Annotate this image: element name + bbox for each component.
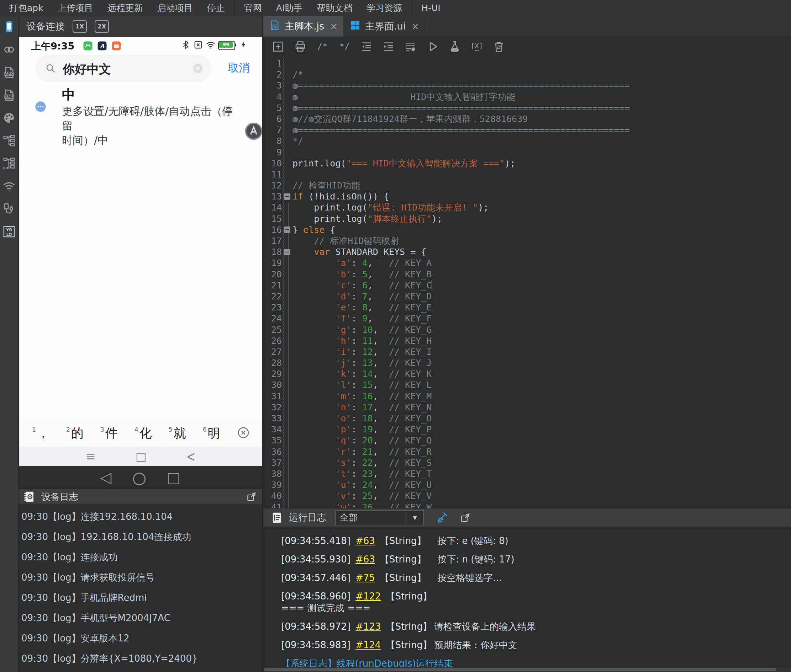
close-icon[interactable]: × [330,21,338,32]
code-segment [292,280,335,291]
code-segment [292,424,335,435]
run-log-list[interactable]: [09:34:55.418]#63【String】按下: e (键码: 8)[0… [263,526,791,667]
menu-item-remote-update[interactable]: 远程更新 [107,2,143,14]
code-line: 37 's': 22, // KEY_S [263,457,791,468]
horizontal-scrollbar[interactable] [263,667,791,672]
ime-candidate[interactable]: 5就 [168,425,186,442]
clear-log-broom-icon[interactable] [436,512,449,524]
fold-marker[interactable] [284,194,290,200]
code-segment: , [373,391,378,402]
log-line-ref[interactable]: #63 [355,536,375,546]
xml-file-icon[interactable]: XML [2,88,16,102]
menu-item-start-project[interactable]: 启动项目 [157,2,193,14]
code-segment: , [367,269,373,280]
outdent-icon[interactable] [360,40,373,53]
usb-cable-icon[interactable] [2,202,16,216]
menu-item-stop[interactable]: 停止 [207,2,225,14]
gutter-separator [283,56,284,508]
code-segment: , [373,435,378,446]
phone-mirror[interactable]: 上午9:35 A 99 [19,37,262,466]
menu-item-website[interactable]: 官网 [244,2,262,14]
code-segment [292,357,335,368]
log-filter-dropdown[interactable]: 全部 ▼ [335,510,424,525]
code-segment: // KEY_L [378,379,432,390]
apk-file-icon[interactable]: APK [2,65,16,79]
ime-candidate[interactable]: 6明 [203,425,220,442]
log-line-ref[interactable]: #123 [355,621,381,632]
menu-item-upload-project[interactable]: 上传项目 [58,2,93,14]
extract-x-icon[interactable]: [X] [470,40,483,53]
clear-trash-icon[interactable] [493,40,505,53]
menu-item-ai-assistant[interactable]: AI助手 [276,2,302,14]
log-line-ref[interactable]: #75 [355,573,375,583]
comment-start-icon[interactable]: /* [316,40,329,53]
new-file-icon[interactable] [272,40,285,53]
search-input-value[interactable]: 你好中文 [63,61,111,77]
device-log-list[interactable]: 09:30【log】连接192.168.10.10409:30【log】192.… [19,505,262,672]
search-field[interactable]: 你好中文 [35,55,211,82]
comment-end-icon[interactable]: */ [338,40,351,53]
device-log-popout-icon[interactable] [246,491,257,502]
device-phone-icon[interactable] [2,19,16,34]
code-segment: : [351,490,362,501]
ime-menu-icon[interactable]: ≡ [86,450,96,463]
format-code-icon[interactable] [404,40,417,53]
palette-icon[interactable] [2,110,16,125]
fold-guide-line [288,203,289,508]
result-description[interactable]: 更多设置/无障碍/肢体/自动点击（停留 时间）/中 [62,104,240,147]
menu-item-help-docs[interactable]: 帮助文档 [317,2,352,14]
hid-tree-icon[interactable]: HID [2,156,16,170]
indent-icon[interactable] [382,40,395,53]
android-home-icon[interactable]: ○ [132,469,146,486]
tab-main-script[interactable]: JS主脚本.js× [263,16,344,37]
line-number: 4 [265,91,282,102]
close-icon[interactable]: × [411,21,419,32]
ime-candidate[interactable]: 4化 [135,425,152,442]
menu-item-package-apk[interactable]: 打包apk [9,2,43,14]
ime-collapse-icon[interactable]: < [186,448,195,465]
scrollbar-thumb[interactable] [264,668,776,671]
ime-candidate[interactable]: 3件 [100,425,118,442]
ime-close-icon[interactable] [237,426,250,440]
log-line-ref[interactable]: #122 [355,591,381,602]
print-icon[interactable] [294,40,307,53]
code-segment: 4 [362,258,367,269]
tab-main-ui[interactable]: 主界面.ui× [344,16,425,37]
ime-candidate[interactable]: 2的 [66,425,83,442]
menu-item-h-ui[interactable]: H-UI [421,3,441,13]
zoom-2x-button[interactable]: 2X [95,20,109,33]
assistive-ball-icon[interactable] [244,122,262,141]
code-segment: 21 [362,446,373,457]
ime-candidate[interactable]: 1， [32,425,50,442]
code-segment: 8 [362,302,367,313]
test-flask-icon[interactable] [448,40,461,53]
wifi-icon[interactable] [2,179,16,193]
run-icon[interactable] [426,40,439,53]
fold-marker[interactable] [284,249,290,255]
code-segment [292,368,335,379]
layout-tree-icon[interactable] [2,133,16,147]
zoom-1x-button[interactable]: 1X [72,20,87,33]
cancel-button[interactable]: 取消 [228,61,250,75]
result-title[interactable]: 中 [62,86,75,104]
ime-layout-icon[interactable]: □ [136,450,147,463]
code-segment: 26 [362,502,373,509]
log-line-ref[interactable]: #124 [355,640,381,650]
js-file-icon: JS [269,19,281,33]
code-segment: print.log( [292,158,346,169]
link-icon[interactable] [2,42,16,56]
clear-search-icon[interactable] [192,62,204,74]
candidate-index: 6 [203,426,207,433]
android-recents-icon[interactable]: □ [167,470,180,485]
fold-marker[interactable] [284,227,290,233]
run-log-popout-icon[interactable] [460,512,471,523]
menu-item-learning-resources[interactable]: 学习资源 [366,2,402,14]
code-line: 26 'h': 11, // KEY_H [263,335,791,346]
android-back-icon[interactable]: ◁ [100,470,111,485]
log-line-ref[interactable]: #63 [355,554,375,565]
code-segment: // KEY_A [373,258,432,269]
code-editor[interactable]: 12/*3◍==================================… [263,56,791,508]
code-line: 3◍======================================… [263,80,791,91]
line-number: 28 [265,357,282,368]
yolo-icon[interactable]: YOLO [2,224,16,238]
